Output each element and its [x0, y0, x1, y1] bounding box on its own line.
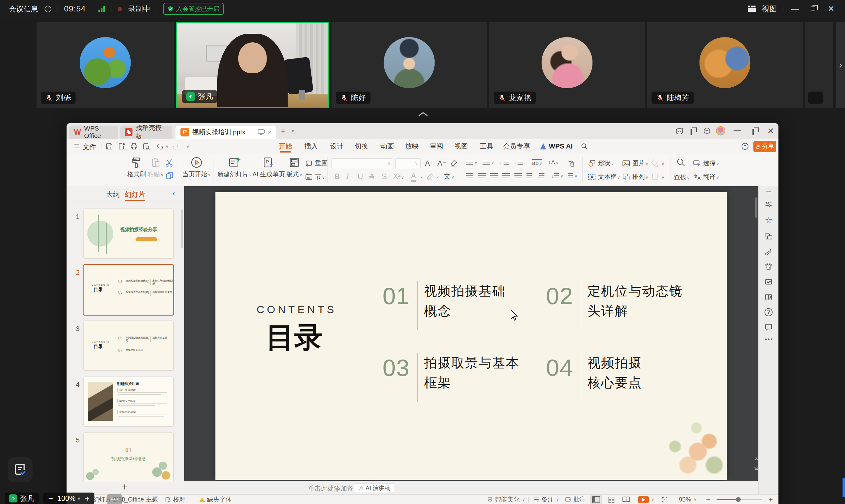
zoom-slider[interactable]: [717, 495, 762, 504]
highlight-icon[interactable]: [426, 172, 434, 180]
effects-star-icon[interactable]: ☆: [765, 215, 772, 225]
new-tab-button[interactable]: +: [280, 126, 285, 136]
collapse-strip-button[interactable]: [414, 109, 433, 120]
font-size-select[interactable]: [395, 158, 421, 169]
slide-sorter-view-button[interactable]: [608, 495, 615, 504]
undo-dropdown-icon[interactable]: ∨: [165, 144, 169, 149]
strip-next-button[interactable]: ›: [836, 22, 845, 108]
proofread-button[interactable]: 校对: [165, 495, 186, 504]
ribbon-tab-review[interactable]: 审阅: [429, 139, 443, 154]
paste-button[interactable]: 粘贴∨: [148, 157, 164, 179]
cast-icon[interactable]: [258, 129, 265, 135]
design-resources-icon[interactable]: [764, 278, 773, 286]
tab-outline[interactable]: 大纲: [106, 190, 120, 199]
arrange-button[interactable]: 排列∨: [622, 173, 649, 181]
help-icon[interactable]: ?: [764, 308, 773, 316]
outline-color-icon[interactable]: [651, 173, 659, 181]
quick-access-dropdown-icon[interactable]: ∨: [186, 144, 190, 149]
play-slideshow-button[interactable]: ∨: [638, 495, 654, 504]
wps-close-button[interactable]: ✕: [767, 126, 774, 136]
feedback-comment-icon[interactable]: [764, 323, 773, 331]
workspace-icon[interactable]: [690, 129, 692, 135]
translate-button[interactable]: 翻译∨: [693, 173, 719, 181]
collapse-sidebar-icon[interactable]: [765, 191, 772, 193]
slide-editor[interactable]: CONTENTS 目录 01 视频拍摄基础概念 02 定机位与动态镜头详解 03: [215, 192, 727, 480]
font-color-dropdown-icon[interactable]: ∨: [420, 175, 423, 179]
phonetic-icon[interactable]: 文∨: [443, 172, 454, 181]
close-button[interactable]: ✕: [826, 4, 836, 14]
print-icon[interactable]: [130, 143, 138, 150]
export-icon[interactable]: [118, 143, 125, 150]
increase-font-icon[interactable]: A⁺: [425, 159, 434, 168]
share-button[interactable]: 分享: [753, 141, 776, 152]
slide-thumbnail-1[interactable]: 视频拍摄经验分享: [84, 209, 173, 258]
meeting-notes-shortcut[interactable]: [8, 457, 33, 482]
layout-button[interactable]: 版式∨: [285, 157, 304, 179]
ribbon-tab-animation[interactable]: 动画: [381, 139, 394, 154]
char-spacing-icon[interactable]: ab∨: [532, 159, 542, 166]
ribbon-tab-design[interactable]: 设计: [330, 139, 344, 154]
increase-indent-icon[interactable]: →: [513, 160, 523, 165]
select-button[interactable]: 选择∨: [693, 159, 719, 167]
more-options-button[interactable]: [107, 494, 122, 504]
strikethrough-icon[interactable]: A: [369, 172, 374, 181]
slide-thumbnail-2-selected[interactable]: CONTENTS 目录 01视频拍摄基础概念 02定机位与动态镜头详解 03拍摄…: [84, 265, 173, 314]
text-tool-icon[interactable]: [566, 158, 575, 167]
edge-scroll-indicator[interactable]: [843, 478, 845, 497]
participant-tile[interactable]: 龙家艳: [489, 22, 645, 108]
reference-search-icon[interactable]: [764, 293, 773, 301]
participant-tile-speaking[interactable]: 张凡: [176, 22, 329, 108]
participant-tile[interactable]: 陈好: [332, 22, 487, 108]
columns-icon[interactable]: ∨: [568, 173, 578, 179]
ribbon-tab-transition[interactable]: 切换: [355, 139, 368, 154]
numbered-list-icon[interactable]: ∨: [482, 160, 494, 165]
properties-icon[interactable]: [764, 200, 773, 208]
decrease-font-icon[interactable]: A⁻: [437, 159, 446, 168]
cut-icon[interactable]: [165, 158, 174, 167]
ai-assistant-icon[interactable]: [676, 127, 684, 134]
underline-icon[interactable]: U: [357, 172, 363, 181]
participant-tile-partial[interactable]: [805, 22, 833, 108]
fit-screen-button[interactable]: [662, 495, 668, 504]
notes-bar[interactable]: 单击此处添加备注 AI 演讲稿: [184, 481, 758, 494]
italic-icon[interactable]: I: [346, 172, 349, 181]
fill-color-dropdown-icon[interactable]: ∨: [662, 162, 665, 166]
picture-button[interactable]: 图片∨: [622, 159, 649, 167]
zoom-in-button[interactable]: +: [769, 495, 773, 504]
ribbon-tab-membership[interactable]: 会员专享: [503, 139, 530, 154]
save-icon[interactable]: [106, 143, 113, 150]
switch-windows-icon[interactable]: [764, 232, 773, 240]
reading-view-button[interactable]: [622, 495, 630, 504]
fill-color-icon[interactable]: [651, 159, 659, 167]
admission-control-badge[interactable]: 入会管控已开启: [163, 3, 224, 15]
bullet-list-icon[interactable]: ∨: [466, 160, 478, 165]
decrease-indent-icon[interactable]: ←: [499, 160, 509, 165]
redo-icon[interactable]: [172, 143, 179, 150]
line-spacing-icon[interactable]: ↕∨: [551, 173, 563, 179]
normal-view-button[interactable]: [590, 495, 602, 504]
align-center-icon[interactable]: [478, 173, 486, 179]
tab-slides[interactable]: 幻灯片: [125, 191, 145, 198]
ribbon-tab-slideshow[interactable]: 放映: [405, 139, 419, 154]
undo-icon[interactable]: [156, 143, 164, 150]
wps-ai-menu[interactable]: WPS AI: [549, 139, 573, 154]
bold-icon[interactable]: B: [334, 172, 340, 181]
participant-tile[interactable]: 刘砾: [36, 22, 174, 108]
ribbon-tab-tools[interactable]: 工具: [480, 139, 493, 154]
wps-minimize-button[interactable]: —: [734, 126, 741, 134]
ribbon-tab-insert[interactable]: 插入: [304, 139, 318, 154]
magic-wand-icon[interactable]: [764, 248, 773, 255]
ai-speech-script-button[interactable]: AI 演讲稿: [354, 483, 394, 493]
format-painter-button[interactable]: 格式刷: [127, 157, 146, 179]
reset-button[interactable]: 重置: [305, 159, 328, 167]
text-direction-icon[interactable]: ↓A∨: [548, 159, 559, 166]
view-button[interactable]: 视图: [762, 4, 777, 14]
slide-thumbnail-5[interactable]: 01 视频拍摄基础概念: [84, 433, 173, 482]
canvas-scrollbar[interactable]: [755, 197, 757, 218]
minimize-button[interactable]: —: [790, 4, 800, 14]
find-button[interactable]: 查找∨: [674, 173, 690, 182]
smart-beautify-button[interactable]: 智能美化∨: [487, 495, 525, 504]
slide-thumbnail-4[interactable]: 明确拍摄用途 核心服务对象 实际应用场景 拍摄目的导向: [84, 377, 173, 426]
ribbon-tab-view[interactable]: 视图: [454, 139, 468, 154]
ai-generate-page-button[interactable]: P AI 生成单页: [254, 157, 283, 179]
